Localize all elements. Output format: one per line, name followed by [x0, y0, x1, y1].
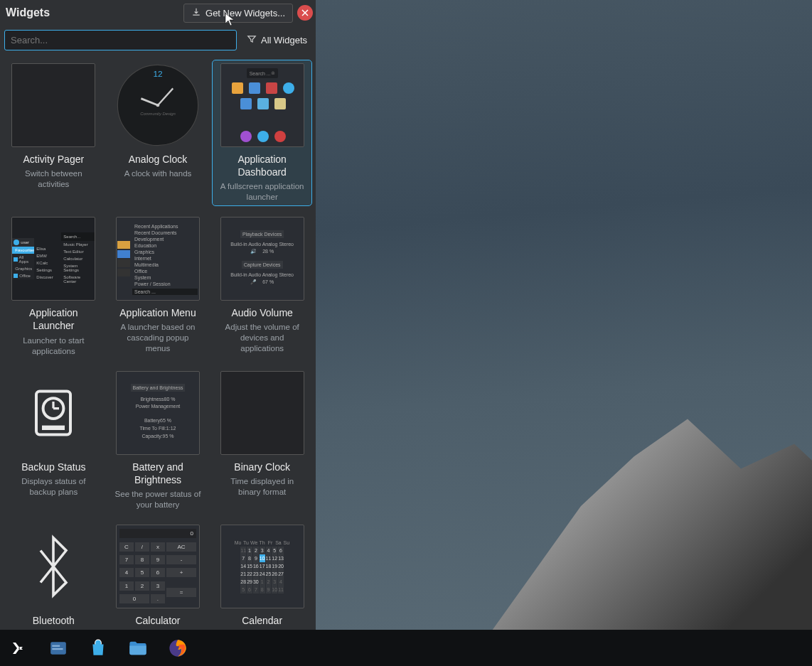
widget-item-calculator[interactable]: 0 C/xAC 789- 456+ 123= 0. Calculator	[109, 522, 208, 630]
widget-name: Application Launcher	[7, 306, 100, 332]
widget-name: Binary Clock	[234, 461, 290, 473]
bluetooth-icon	[28, 535, 78, 598]
preview-audio-volume: Playback Devices Build-in Audio Analog S…	[220, 217, 304, 301]
svg-text:12: 12	[153, 69, 162, 78]
taskbar-firefox[interactable]	[164, 634, 192, 662]
preview-analog-clock: 12 Community Design	[116, 63, 200, 147]
widget-name: Analog Clock	[129, 153, 188, 166]
settings-icon	[49, 639, 68, 657]
preview-application-menu: Recent Applications Recent Documents Dev…	[116, 217, 200, 301]
taskbar	[0, 630, 812, 666]
get-new-widgets-label: Get New Widgets...	[205, 8, 285, 18]
widget-item-audio-volume[interactable]: Playback Devices Build-in Audio Analog S…	[213, 214, 311, 359]
preview-backup-status	[11, 371, 95, 455]
close-icon	[301, 6, 309, 19]
widget-item-battery-brightness[interactable]: Battery and Brightness Brightness80 % Po…	[109, 368, 208, 513]
mountain-graphic	[492, 382, 812, 630]
shopping-bag-icon	[89, 639, 107, 657]
widget-name: Bluetooth	[33, 614, 75, 627]
get-new-widgets-button[interactable]: Get New Widgets...	[183, 4, 293, 23]
widget-desc: Displays status of backup plans	[7, 476, 100, 498]
widget-item-application-launcher[interactable]: user Favourites All Apps Graphics Office…	[4, 214, 103, 359]
widget-name: Application Menu	[119, 306, 196, 319]
preview-binary-clock	[220, 371, 304, 455]
widget-desc: Time displayed in binary format	[215, 476, 309, 498]
svg-rect-13	[52, 648, 63, 650]
widget-desc: Adjust the volume of devices and applica…	[215, 322, 309, 354]
widget-item-binary-clock[interactable]: Binary Clock Time displayed in binary fo…	[213, 368, 311, 513]
widget-desc: A fullscreen application launcher	[215, 181, 309, 203]
preview-application-launcher: user Favourites All Apps Graphics Office…	[11, 217, 95, 301]
widget-name: Backup Status	[21, 461, 85, 473]
preview-battery-brightness: Battery and Brightness Brightness80 % Po…	[116, 371, 200, 455]
all-widgets-label: All Widgets	[261, 35, 307, 45]
folder-icon	[128, 638, 148, 658]
preview-calculator: 0 C/xAC 789- 456+ 123= 0.	[116, 525, 200, 608]
filter-icon	[247, 34, 257, 46]
widget-explorer-panel: Widgets Get New Widgets... All Widgets	[0, 0, 316, 630]
widget-desc: Switch between activities	[7, 168, 100, 190]
widget-item-application-dashboard[interactable]: Search ...⊗ Ap	[213, 60, 311, 205]
widget-desc: See the power status of your battery	[112, 489, 205, 510]
widget-grid[interactable]: Activity Pager Switch between activities…	[0, 55, 316, 630]
widget-desc: Launcher to start applications	[7, 335, 100, 357]
widget-item-bluetooth[interactable]: Bluetooth	[4, 522, 103, 630]
preview-application-dashboard: Search ...⊗	[220, 63, 304, 147]
kde-logo-icon	[10, 640, 27, 657]
panel-header: Widgets Get New Widgets...	[0, 0, 316, 26]
close-button[interactable]	[297, 5, 313, 21]
widget-name: Calculator	[135, 614, 180, 627]
widget-item-analog-clock[interactable]: 12 Community Design Analog Clock A clock…	[109, 60, 208, 205]
panel-title: Widgets	[6, 6, 183, 19]
widget-item-activity-pager[interactable]: Activity Pager Switch between activities	[4, 60, 103, 205]
preview-activity-pager	[11, 63, 95, 147]
download-icon	[191, 7, 201, 19]
preview-bluetooth	[11, 525, 95, 608]
widget-desc: A clock with hands	[122, 168, 195, 179]
taskbar-settings[interactable]	[44, 634, 73, 662]
widget-item-application-menu[interactable]: Recent Applications Recent Documents Dev…	[109, 214, 208, 359]
preview-calendar: MoTuWeThFrSaSu11123456789101112131415161…	[220, 525, 304, 608]
widget-item-backup-status[interactable]: Backup Status Displays status of backup …	[4, 368, 103, 513]
search-input[interactable]	[4, 30, 237, 50]
widget-name: Calendar	[242, 614, 282, 627]
widget-name: Battery and Brightness	[112, 461, 205, 486]
taskbar-app-launcher[interactable]	[4, 634, 33, 662]
taskbar-file-manager[interactable]	[124, 634, 152, 662]
widget-name: Audio Volume	[231, 306, 292, 319]
svg-rect-12	[52, 645, 60, 646]
widget-name: Activity Pager	[23, 153, 85, 166]
firefox-icon	[168, 638, 188, 658]
widget-item-calendar[interactable]: MoTuWeThFrSaSu11123456789101112131415161…	[213, 522, 311, 630]
widget-desc: A launcher based on cascading popup menu…	[112, 322, 205, 354]
svg-text:Community Design: Community Design	[140, 112, 176, 116]
search-row: All Widgets	[0, 26, 316, 55]
svg-rect-10	[42, 425, 65, 429]
widget-name: Application Dashboard	[215, 153, 309, 178]
all-widgets-filter[interactable]: All Widgets	[242, 31, 311, 49]
svg-point-5	[156, 104, 160, 107]
disk-clock-icon	[25, 385, 82, 441]
taskbar-discover[interactable]	[84, 634, 112, 662]
